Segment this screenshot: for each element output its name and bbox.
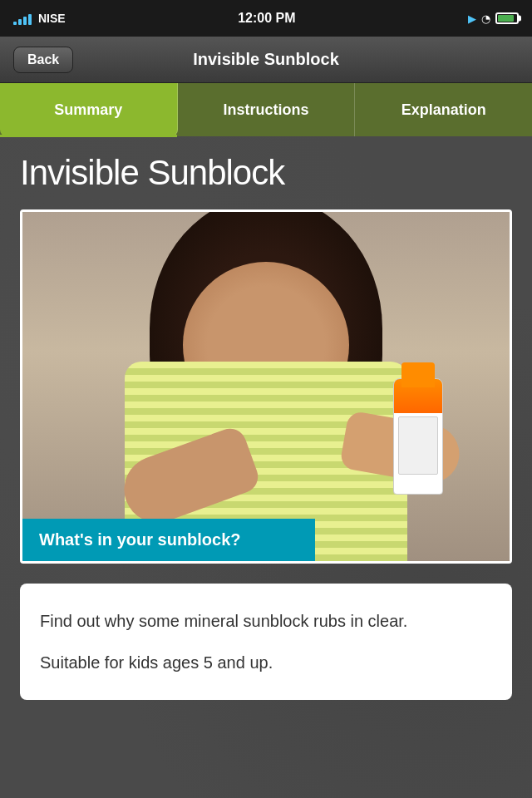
description-line-1: Find out why some mineral sunblock rubs … (40, 608, 492, 633)
page-title: Invisible Sunblock (20, 153, 512, 193)
caption-banner: What's in your sunblock? (22, 519, 315, 561)
signal-bar-1 (13, 22, 17, 25)
nav-title: Invisible Sunblock (193, 50, 339, 69)
battery-fill (498, 15, 514, 22)
lock-icon: ◔ (481, 12, 490, 25)
battery-icon (495, 12, 519, 24)
bottle-cap (401, 362, 435, 387)
photo-scene (22, 212, 510, 561)
nav-bar: Back Invisible Sunblock (0, 37, 532, 83)
sunblock-bottle (393, 378, 443, 495)
tab-summary[interactable]: Summary (0, 83, 178, 136)
caption-text: What's in your sunblock? (39, 530, 241, 549)
signal-bars (13, 12, 32, 25)
tab-explanation[interactable]: Explanation (355, 83, 532, 136)
status-right: ▶ ◔ (468, 12, 519, 25)
tab-instructions[interactable]: Instructions (178, 83, 356, 136)
main-content: Invisible Sunblock (0, 136, 532, 798)
location-icon: ▶ (468, 12, 476, 25)
signal-bar-4 (28, 14, 32, 25)
status-left: NISE (13, 12, 66, 25)
status-time: 12:00 PM (238, 11, 295, 26)
status-bar: NISE 12:00 PM ▶ ◔ (0, 0, 532, 37)
image-container: What's in your sunblock? (20, 209, 512, 564)
bottle-label (398, 416, 438, 475)
description-card: Find out why some mineral sunblock rubs … (20, 584, 512, 700)
signal-bar-3 (23, 17, 27, 25)
signal-bar-2 (18, 19, 22, 25)
back-button[interactable]: Back (13, 47, 73, 73)
description-line-2: Suitable for kids ages 5 and up. (40, 650, 492, 675)
photo-placeholder (22, 212, 510, 561)
carrier-name: NISE (38, 12, 66, 25)
tab-bar: Summary Instructions Explanation (0, 83, 532, 136)
